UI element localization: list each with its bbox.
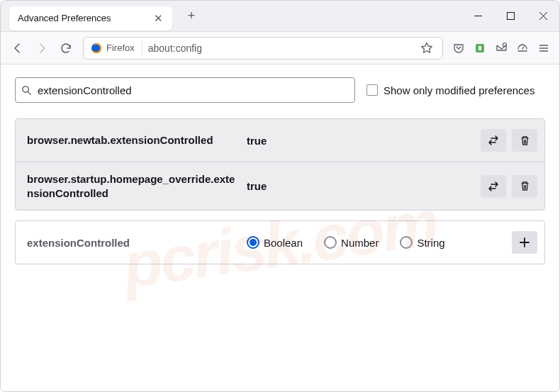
radio-string[interactable]: String: [400, 236, 444, 249]
search-box[interactable]: [15, 77, 355, 103]
radio-icon: [400, 236, 413, 249]
checkbox-icon: [366, 84, 378, 96]
menu-button[interactable]: [534, 38, 554, 58]
radio-label: Boolean: [264, 237, 303, 249]
delete-button[interactable]: [512, 129, 537, 152]
close-icon[interactable]: ✕: [152, 13, 164, 24]
new-pref-name: extensionControlled: [27, 237, 240, 249]
pref-actions: [481, 129, 537, 152]
pref-value: true: [240, 135, 481, 147]
search-input[interactable]: [38, 84, 349, 96]
urlbar[interactable]: Firefox: [83, 37, 443, 60]
toolbar: Firefox: [1, 32, 559, 65]
url-input[interactable]: [148, 43, 411, 54]
svg-rect-6: [478, 46, 481, 50]
search-icon: [21, 85, 32, 96]
checkbox-label: Show only modified preferences: [383, 84, 534, 96]
pref-value: true: [240, 180, 481, 192]
window-controls: [461, 1, 559, 31]
radio-label: Number: [341, 237, 379, 249]
new-tab-button[interactable]: +: [181, 6, 202, 27]
back-button[interactable]: [6, 37, 29, 60]
close-button[interactable]: [527, 1, 559, 31]
tab-title: Advanced Preferences: [18, 13, 152, 23]
radio-icon: [324, 236, 337, 249]
new-pref-row: extensionControlled Boolean Number Strin…: [15, 220, 545, 264]
forward-button[interactable]: [30, 37, 53, 60]
pref-row: browser.newtab.extensionControlled true: [16, 119, 544, 162]
pref-name: browser.newtab.extensionControlled: [27, 133, 240, 147]
pref-row: browser.startup.homepage_override.extens…: [16, 162, 544, 210]
radio-number[interactable]: Number: [324, 236, 379, 249]
tabs-area: Advanced Preferences ✕ +: [1, 1, 461, 31]
modified-only-checkbox[interactable]: Show only modified preferences: [366, 84, 534, 96]
titlebar: Advanced Preferences ✕ +: [1, 1, 559, 32]
identity-label: Firefox: [106, 43, 135, 53]
maximize-button[interactable]: [494, 1, 527, 31]
radio-label: String: [417, 237, 444, 249]
pref-actions: [512, 231, 537, 254]
svg-rect-1: [507, 13, 514, 20]
bookmark-star-icon[interactable]: [417, 38, 437, 58]
pocket-icon[interactable]: [449, 38, 469, 58]
type-options: Boolean Number String: [240, 236, 512, 249]
add-button[interactable]: [512, 231, 537, 254]
firefox-icon: [91, 43, 102, 54]
pref-name: browser.startup.homepage_override.extens…: [27, 172, 240, 200]
tab-active[interactable]: Advanced Preferences ✕: [9, 6, 172, 30]
search-row: Show only modified preferences: [15, 77, 545, 103]
minimize-button[interactable]: [461, 1, 494, 31]
radio-boolean[interactable]: Boolean: [247, 236, 303, 249]
toggle-button[interactable]: [481, 175, 506, 198]
pref-group: browser.newtab.extensionControlled true …: [15, 118, 545, 211]
dashboard-icon[interactable]: [513, 38, 532, 58]
mail-icon[interactable]: [491, 38, 511, 58]
reload-button[interactable]: [55, 37, 77, 60]
svg-line-12: [28, 91, 30, 94]
pref-actions: [481, 175, 537, 198]
toggle-button[interactable]: [481, 129, 506, 152]
identity-box[interactable]: Firefox: [89, 41, 142, 55]
window-frame: Advanced Preferences ✕ +: [0, 0, 560, 392]
content: pcrisk.com Show only modified preference…: [1, 65, 559, 391]
extension-icon[interactable]: [470, 38, 490, 58]
delete-button[interactable]: [512, 175, 537, 198]
radio-icon: [247, 236, 259, 249]
